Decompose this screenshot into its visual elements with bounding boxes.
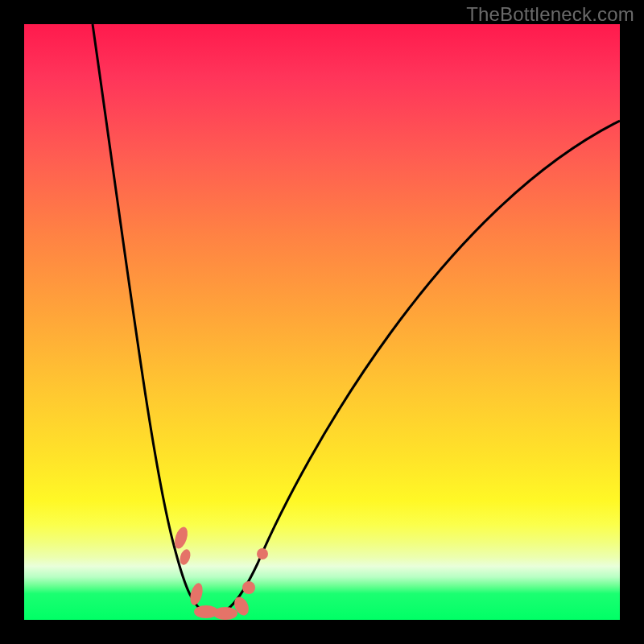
curve-marker xyxy=(242,581,255,594)
chart-canvas xyxy=(24,24,620,620)
curve-marker xyxy=(178,548,192,567)
bottleneck-curve xyxy=(93,24,620,614)
curve-marker xyxy=(213,607,237,620)
chart-svg xyxy=(24,24,620,620)
watermark-text: TheBottleneck.com xyxy=(466,3,634,26)
curve-marker xyxy=(257,548,268,559)
